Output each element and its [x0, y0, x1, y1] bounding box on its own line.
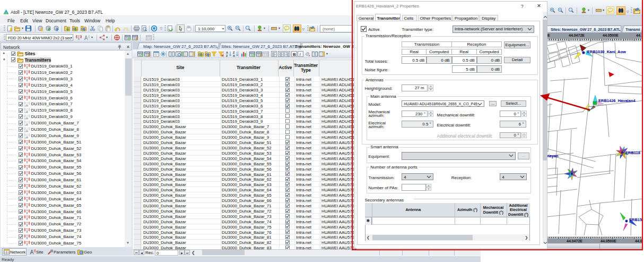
svg-text:B: B — [293, 52, 296, 56]
svg-text:Z: Z — [226, 54, 228, 56]
svg-text:A: A — [233, 54, 235, 56]
